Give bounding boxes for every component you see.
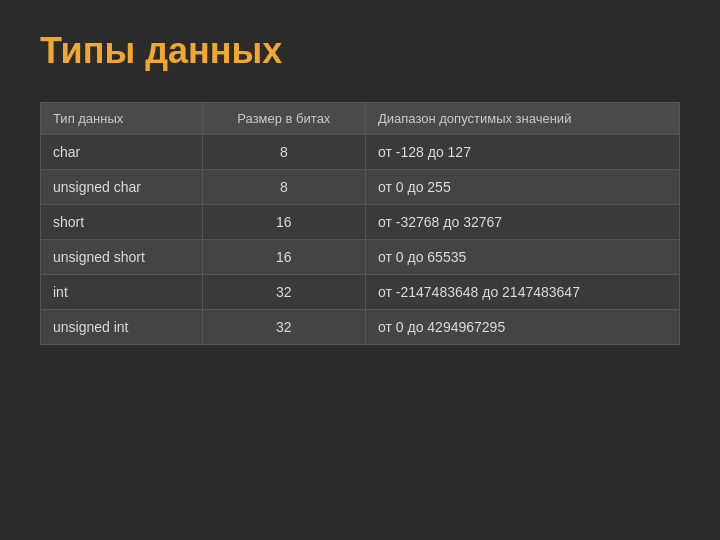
col-header-range: Диапазон допустимых значений xyxy=(366,103,680,135)
cell-type: unsigned short xyxy=(41,240,203,275)
cell-size: 16 xyxy=(202,205,365,240)
cell-size: 16 xyxy=(202,240,365,275)
cell-type: char xyxy=(41,135,203,170)
cell-size: 32 xyxy=(202,310,365,345)
table-row: char8от -128 до 127 xyxy=(41,135,680,170)
table-row: short16от -32768 до 32767 xyxy=(41,205,680,240)
table-row: int32от -2147483648 до 2147483647 xyxy=(41,275,680,310)
cell-type: short xyxy=(41,205,203,240)
cell-size: 8 xyxy=(202,170,365,205)
page: Типы данных Тип данных Размер в битах Ди… xyxy=(0,0,720,540)
page-title: Типы данных xyxy=(40,30,680,72)
cell-type: unsigned int xyxy=(41,310,203,345)
col-header-type: Тип данных xyxy=(41,103,203,135)
cell-type: unsigned char xyxy=(41,170,203,205)
table-row: unsigned int32от 0 до 4294967295 xyxy=(41,310,680,345)
cell-range: от -2147483648 до 2147483647 xyxy=(366,275,680,310)
cell-range: от -32768 до 32767 xyxy=(366,205,680,240)
cell-range: от 0 до 65535 xyxy=(366,240,680,275)
table-row: unsigned char8от 0 до 255 xyxy=(41,170,680,205)
cell-range: от -128 до 127 xyxy=(366,135,680,170)
table-row: unsigned short16от 0 до 65535 xyxy=(41,240,680,275)
cell-type: int xyxy=(41,275,203,310)
cell-size: 8 xyxy=(202,135,365,170)
cell-range: от 0 до 255 xyxy=(366,170,680,205)
cell-range: от 0 до 4294967295 xyxy=(366,310,680,345)
data-types-table: Тип данных Размер в битах Диапазон допус… xyxy=(40,102,680,345)
cell-size: 32 xyxy=(202,275,365,310)
table-header-row: Тип данных Размер в битах Диапазон допус… xyxy=(41,103,680,135)
col-header-size: Размер в битах xyxy=(202,103,365,135)
